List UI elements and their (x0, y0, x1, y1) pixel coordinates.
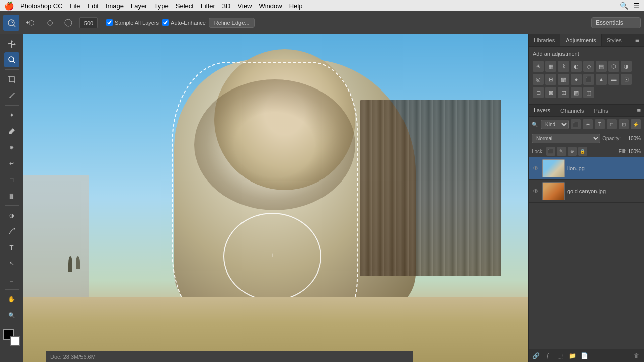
adj-icon-d[interactable]: ▨ (571, 87, 582, 98)
eyedropper-tool[interactable] (4, 88, 19, 103)
layer-visibility-lion[interactable]: 👁 (532, 164, 540, 172)
layer-item-lion[interactable]: 👁 lion.jpg (529, 157, 644, 180)
opacity-value[interactable]: 100% (623, 136, 641, 141)
threshold-adj-icon[interactable]: ▲ (596, 74, 607, 85)
exposure-adj-icon[interactable]: ◐ (571, 61, 582, 72)
type-filter-btn[interactable]: T (595, 119, 605, 129)
color-area[interactable] (3, 329, 20, 346)
eraser-tool[interactable]: ◻ (4, 172, 19, 187)
delete-layer-btn[interactable]: 🗑 (632, 351, 642, 361)
canvas-area[interactable]: + Doc: 28.3M/56.6M (23, 34, 528, 362)
layer-name-canyon[interactable]: gold canyon.jpg (567, 188, 641, 194)
panel-options-button[interactable]: ≡ (634, 36, 641, 44)
menu-layer[interactable]: Layer (131, 2, 147, 10)
brightness-adj-icon[interactable]: ☀ (533, 61, 544, 72)
sample-all-layers-check[interactable]: Sample All Layers (106, 19, 159, 26)
spot-healing-brush[interactable]: ✦ (4, 108, 19, 123)
lock-image-btn[interactable]: ✎ (557, 147, 566, 156)
layer-kind-select[interactable]: Kind (541, 120, 569, 129)
colorbalance-adj-icon[interactable]: ⬡ (608, 61, 619, 72)
tab-layers[interactable]: Layers (529, 105, 555, 116)
quick-selection-tool[interactable] (3, 15, 19, 31)
menu-photoshop[interactable]: Photoshop CC (20, 2, 63, 10)
subtract-tool-mode[interactable]: -◯ (41, 15, 57, 31)
filter-toggle[interactable]: ⚡ (631, 119, 641, 129)
layer-item-canyon[interactable]: 👁 gold canyon.jpg (529, 180, 644, 203)
adj-icon-e[interactable]: ◫ (583, 87, 594, 98)
menu-file[interactable]: File (70, 2, 80, 10)
shape-tool[interactable]: □ (4, 272, 19, 287)
zoom-tool[interactable]: 🔍 (4, 308, 19, 323)
curves-adj-icon[interactable]: ⌇ (558, 61, 569, 72)
canvas-image[interactable]: + (23, 34, 528, 362)
workspace-select[interactable]: Essentials Photography Painting (591, 17, 641, 28)
shape-filter-btn[interactable]: □ (607, 119, 617, 129)
menu-window[interactable]: Window (259, 2, 282, 10)
add-tool-mode[interactable]: +◯ (22, 15, 38, 31)
sample-all-layers-checkbox[interactable] (106, 19, 113, 26)
quick-selection-tool-box[interactable] (4, 52, 19, 67)
tab-adjustments[interactable]: Adjustments (560, 34, 602, 46)
blend-mode-select[interactable]: Normal Multiply Screen Overlay (532, 134, 600, 143)
link-layers-btn[interactable]: 🔗 (531, 351, 541, 361)
history-brush[interactable]: ↩ (4, 156, 19, 171)
menu-edit[interactable]: Edit (88, 2, 99, 10)
crop-tool[interactable] (4, 72, 19, 87)
apple-menu[interactable]: 🍎 (4, 1, 14, 11)
smartobj-filter-btn[interactable]: ⊡ (619, 119, 629, 129)
search-icon[interactable]: 🔍 (620, 2, 628, 10)
pen-tool[interactable] (4, 224, 19, 239)
channelmixer-adj-icon[interactable]: ⊞ (545, 74, 556, 85)
levels-adj-icon[interactable]: ▦ (545, 61, 556, 72)
new-group-btn[interactable]: 📁 (567, 351, 577, 361)
add-mask-btn[interactable]: ⬚ (555, 351, 565, 361)
layer-name-lion[interactable]: lion.jpg (567, 165, 641, 171)
menu-filter[interactable]: Filter (201, 2, 215, 10)
posterize-adj-icon[interactable]: ⬛ (583, 74, 594, 85)
lock-pixels-btn[interactable]: ⬛ (546, 147, 555, 156)
refine-edge-button[interactable]: Refine Edge... (209, 18, 255, 28)
fill-value[interactable]: 100% (628, 149, 641, 154)
colorlookup-adj-icon[interactable]: ▩ (558, 74, 569, 85)
menu-icon[interactable]: ☰ (633, 2, 640, 10)
type-tool[interactable]: T (4, 240, 19, 255)
menu-image[interactable]: Image (106, 2, 124, 10)
bw-adj-icon[interactable]: ◑ (621, 61, 632, 72)
tab-styles[interactable]: Styles (602, 34, 627, 46)
menu-select[interactable]: Select (176, 2, 194, 10)
dodge-tool[interactable]: ◑ (4, 208, 19, 223)
menu-help[interactable]: Help (289, 2, 303, 10)
clone-stamp[interactable]: ⊕ (4, 140, 19, 155)
auto-enhance-check[interactable]: Auto-Enhance (162, 19, 206, 26)
new-layer-btn[interactable]: 📄 (579, 351, 589, 361)
photofilter-adj-icon[interactable]: ◎ (533, 74, 544, 85)
tab-channels[interactable]: Channels (555, 105, 589, 116)
gradient-map-adj-icon[interactable]: ▬ (608, 74, 619, 85)
lock-all-btn[interactable]: 🔒 (578, 147, 587, 156)
path-selection[interactable]: ↖ (4, 256, 19, 271)
hand-tool[interactable]: ✋ (4, 292, 19, 307)
invert-adj-icon[interactable]: ● (571, 74, 582, 85)
hsl-adj-icon[interactable]: ▤ (596, 61, 607, 72)
move-tool[interactable] (4, 36, 19, 51)
menu-view[interactable]: View (237, 2, 252, 10)
tab-paths[interactable]: Paths (589, 105, 613, 116)
menu-3d[interactable]: 3D (222, 2, 231, 10)
layer-visibility-canyon[interactable]: 👁 (532, 187, 540, 195)
pixel-filter-btn[interactable]: ⬛ (571, 119, 581, 129)
lock-position-btn[interactable]: ⊕ (568, 147, 577, 156)
gradient-tool[interactable]: ▓ (4, 188, 19, 203)
selective-color-adj-icon[interactable]: ⊡ (621, 74, 632, 85)
adj-icon-b[interactable]: ⊠ (545, 87, 556, 98)
auto-enhance-checkbox[interactable] (162, 19, 169, 26)
adj-icon-c[interactable]: ⊡ (558, 87, 569, 98)
menu-type[interactable]: Type (154, 2, 169, 10)
adj-icon-a[interactable]: ⊟ (533, 87, 544, 98)
background-color[interactable] (10, 336, 20, 346)
tab-libraries[interactable]: Libraries (529, 34, 560, 46)
brush-size[interactable] (60, 15, 76, 31)
adj-filter-btn[interactable]: ☀ (583, 119, 593, 129)
vibrance-adj-icon[interactable]: ◇ (583, 61, 594, 72)
add-style-btn[interactable]: ƒ (543, 351, 553, 361)
layers-panel-menu[interactable]: ≡ (637, 107, 641, 114)
